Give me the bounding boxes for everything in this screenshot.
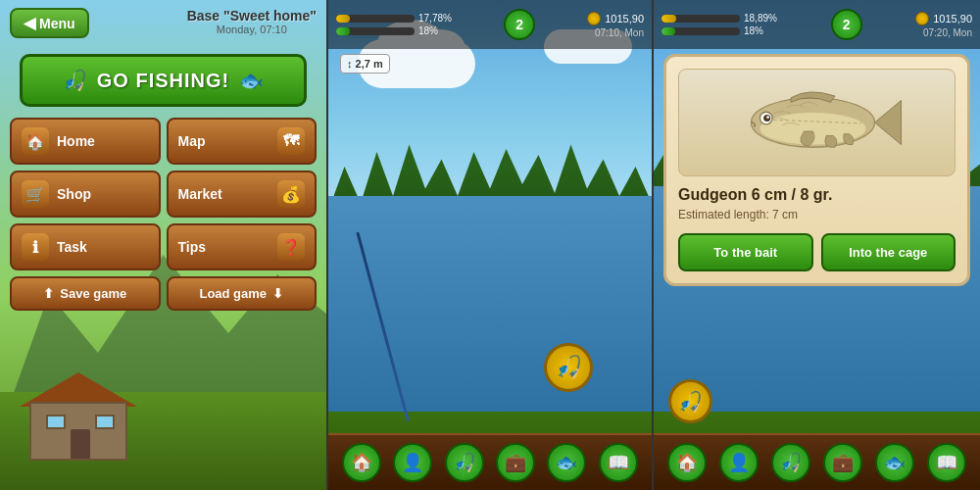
menu-row-2: 🛒 Shop Market 💰: [10, 171, 317, 218]
menu-row-3: ℹ Task Tips ❓: [10, 223, 317, 270]
fish-caught-panel: 18,89% 18% 2 1015,90 07:20, Mon: [654, 0, 980, 490]
nav-bar3: 🏠 👤 🎣 💼 🐟 📖: [654, 433, 980, 490]
shop-menu-item[interactable]: 🛒 Shop: [10, 171, 161, 218]
home-label: Home: [57, 133, 95, 149]
time-display3: 07:20, Mon: [923, 27, 972, 38]
fish-illustration: [729, 78, 906, 167]
xp-progress3: [662, 15, 740, 23]
depth-value: ↕ 2,7 m: [347, 58, 383, 70]
nav-fish-button[interactable]: 🐟: [547, 443, 586, 482]
tips-menu-item[interactable]: Tips ❓: [167, 223, 318, 270]
nav3-bag-button[interactable]: 💼: [823, 443, 862, 482]
tips-icon: ❓: [277, 233, 305, 261]
hud-bar: 17,78% 18% 2 1015,90 07:10, Mon: [328, 0, 652, 49]
energy-percent: 18%: [418, 25, 438, 36]
nav-bar: 🏠 👤 🎣 💼 🐟 📖: [328, 433, 652, 490]
fisherman-right-icon: 🐟: [239, 69, 264, 92]
go-fishing-button[interactable]: 🎣 GO FISHING! 🐟: [20, 54, 307, 107]
energy-fill: [336, 27, 350, 35]
task-label: Task: [57, 239, 87, 255]
nav-rod-button[interactable]: 🎣: [445, 443, 484, 482]
download-icon: ⬇: [272, 286, 283, 301]
energy-progress3: [662, 27, 740, 35]
market-menu-item[interactable]: Market 💰: [167, 171, 318, 218]
energy-progress: [336, 27, 415, 35]
main-menu-panel: ◀ Menu Base "Sweet home" Monday, 07:10 🎣…: [0, 0, 326, 490]
topbar: ◀ Menu Base "Sweet home" Monday, 07:10: [0, 0, 326, 42]
shop-label: Shop: [57, 186, 91, 202]
save-game-button[interactable]: ⬆ Save game: [10, 276, 161, 311]
fish-action-buttons: To the bait Into the cage: [678, 233, 956, 271]
task-menu-item[interactable]: ℹ Task: [10, 223, 161, 270]
load-game-button[interactable]: Load game ⬇: [167, 276, 318, 311]
base-title-area: Base "Sweet home" Monday, 07:10: [187, 8, 317, 35]
level-badge3: 2: [831, 9, 862, 40]
map-label: Map: [178, 133, 206, 149]
nav3-rod-button[interactable]: 🎣: [771, 443, 810, 482]
energy-percent3: 18%: [744, 25, 763, 36]
level-value3: 2: [843, 17, 851, 32]
hud-bar3: 18,89% 18% 2 1015,90 07:20, Mon: [654, 0, 980, 49]
base-date: Monday, 07:10: [187, 24, 317, 35]
xp-bar-row: 17,78%: [336, 13, 452, 24]
fishing-scene-panel: 17,78% 18% 2 1015,90 07:10, Mon ↕ 2,7 m: [326, 0, 654, 490]
xp-bar-row3: 18,89%: [662, 13, 777, 24]
hud-stats-left: 17,78% 18%: [336, 13, 452, 36]
home-icon: 🏠: [22, 127, 49, 155]
energy-bar-row: 18%: [336, 25, 452, 36]
save-load-row: ⬆ Save game Load game ⬇: [10, 276, 317, 311]
load-game-label: Load game: [199, 286, 267, 301]
nav3-fish-button[interactable]: 🐟: [875, 443, 914, 482]
shop-icon: 🛒: [22, 180, 49, 208]
to-bait-button[interactable]: To the bait: [678, 233, 813, 271]
market-label: Market: [178, 186, 222, 202]
upload-icon: ⬆: [43, 286, 54, 301]
nav-home-button[interactable]: 🏠: [342, 443, 381, 482]
into-cage-button[interactable]: Into the cage: [821, 233, 956, 271]
fish-image-area: [678, 69, 956, 176]
house-decoration: [20, 382, 137, 461]
coins-display: 1015,90: [587, 12, 644, 25]
nav-profile-button[interactable]: 👤: [393, 443, 432, 482]
go-fishing-label: GO FISHING!: [97, 70, 229, 92]
map-menu-item[interactable]: Map 🗺: [167, 118, 318, 165]
fisherman-left-icon: 🎣: [63, 69, 87, 92]
menu-grid: 🏠 Home Map 🗺 🛒 Shop Market 💰 ℹ Task: [10, 118, 317, 311]
depth-indicator: ↕ 2,7 m: [340, 54, 390, 74]
back-arrow-icon: ◀: [24, 14, 35, 32]
fish-description: Estimated length: 7 cm: [678, 208, 956, 221]
coin-icon: [587, 12, 601, 25]
task-icon: ℹ: [22, 233, 49, 261]
cast-button[interactable]: 🎣: [544, 343, 593, 392]
energy-bar-row3: 18%: [662, 25, 777, 36]
nav3-home-button[interactable]: 🏠: [667, 443, 707, 482]
nav3-profile-button[interactable]: 👤: [719, 443, 759, 482]
base-name: Base "Sweet home": [187, 8, 317, 24]
save-game-label: Save game: [60, 286, 126, 301]
market-icon: 💰: [277, 180, 305, 208]
level-value: 2: [515, 17, 523, 32]
cast-button3[interactable]: 🎣: [668, 379, 712, 423]
house-window2: [95, 415, 115, 429]
coins-value: 1015,90: [605, 13, 644, 24]
house-window: [46, 415, 66, 429]
coin-icon3: [915, 12, 929, 25]
svg-point-4: [766, 116, 769, 119]
nav-bag-button[interactable]: 💼: [496, 443, 535, 482]
level-badge: 2: [504, 9, 535, 40]
energy-fill3: [662, 27, 675, 35]
nav3-book-button[interactable]: 📖: [927, 443, 966, 482]
menu-row-1: 🏠 Home Map 🗺: [10, 118, 317, 165]
menu-label: Menu: [39, 16, 75, 31]
house-door: [71, 429, 90, 459]
fish-card: Gudgeon 6 cm / 8 gr. Estimated length: 7…: [663, 54, 970, 286]
map-icon: 🗺: [277, 127, 305, 155]
house-body: [29, 402, 127, 461]
xp-percent3: 18,89%: [744, 13, 777, 24]
home-menu-item[interactable]: 🏠 Home: [10, 118, 161, 165]
menu-button[interactable]: ◀ Menu: [10, 8, 89, 38]
nav-book-button[interactable]: 📖: [599, 443, 638, 482]
xp-percent: 17,78%: [418, 13, 452, 24]
time-display: 07:10, Mon: [595, 27, 644, 38]
hud-stats-left3: 18,89% 18%: [662, 13, 777, 36]
